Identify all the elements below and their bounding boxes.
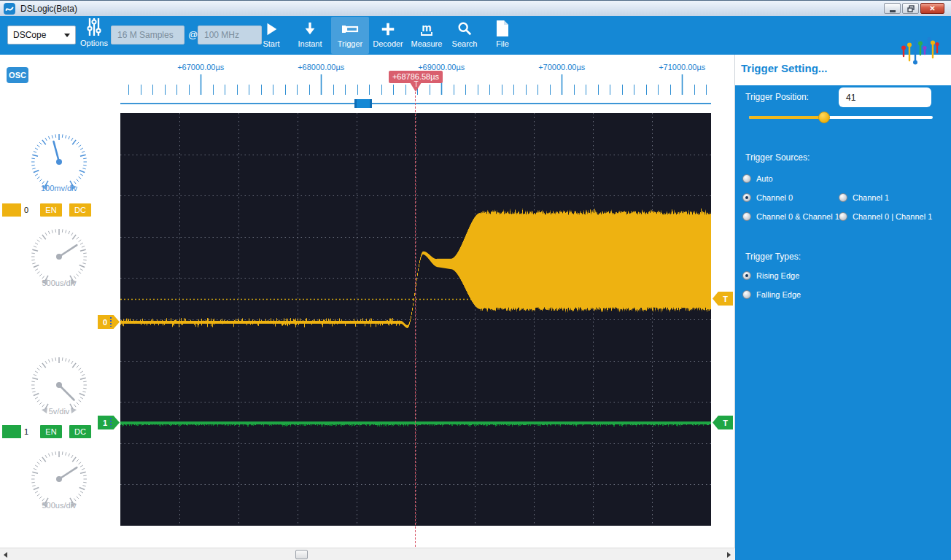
radio-channel-0-channel-1[interactable]: Channel 0 | Channel 1 (839, 211, 932, 222)
trigger-setting-panel: Trigger Position: 41 Trigger Sources: Au… (735, 85, 951, 560)
navigator-viewport[interactable] (354, 99, 372, 108)
horizontal-scrollbar[interactable] (0, 548, 735, 560)
decoder-button[interactable]: Decoder (369, 17, 407, 54)
channel1-tag-label: 1 (103, 419, 107, 427)
measure-icon: m (418, 17, 435, 37)
start-button[interactable]: Start (252, 17, 290, 54)
trigger-position-slider[interactable] (749, 116, 933, 119)
horizontal-scale-dial-top[interactable]: 500us/div (23, 222, 96, 295)
samples-input[interactable]: 16 M Samples (111, 26, 185, 44)
restore-button[interactable] (902, 3, 919, 14)
horizontal-scale-dial-bottom[interactable]: 500us/div (23, 444, 96, 517)
scope-plot-area[interactable] (120, 113, 711, 526)
ruler-tick-label: +70000.00µs (529, 63, 594, 71)
radio-label: Auto (756, 174, 773, 183)
channel0-enable-button[interactable]: EN (40, 203, 62, 217)
search-icon (457, 17, 473, 37)
file-icon (495, 17, 510, 37)
logo-chevron-down-icon[interactable] (938, 58, 947, 63)
trigger-button[interactable]: Trigger (331, 17, 369, 54)
channel0-tag-handle-icon (110, 317, 112, 327)
toolbar: DSCope Options 16 M Samples @ 100 MHz (0, 16, 951, 55)
instant-button[interactable]: Instant (291, 17, 329, 54)
trigger-types-label: Trigger Types: (745, 252, 801, 262)
radio-rising-edge[interactable]: Rising Edge (742, 271, 799, 281)
options-sliders-icon (83, 17, 105, 37)
trigger-level-tag-ch0-label: T (723, 295, 728, 303)
device-select[interactable]: DSCope (7, 26, 76, 44)
radio-label: Falling Edge (756, 290, 801, 299)
svg-text:5v/div: 5v/div (49, 407, 70, 416)
radio-label: Channel 1 (853, 193, 889, 202)
chevron-down-icon (64, 34, 70, 37)
channel0-coupling-button[interactable]: DC (69, 203, 91, 217)
at-symbol: @ (188, 29, 198, 40)
radio-label: Channel 0 (756, 193, 793, 202)
decoder-label: Decoder (373, 39, 403, 48)
search-button[interactable]: Search (446, 17, 484, 54)
close-button[interactable]: ✕ (920, 3, 944, 14)
channel0-controls: 0 EN DC (2, 203, 97, 217)
trigger-position-line (415, 92, 416, 547)
scrollbar-thumb[interactable] (295, 550, 308, 559)
svg-text:100mv/div: 100mv/div (41, 184, 78, 192)
measure-button[interactable]: m Measure (408, 17, 446, 54)
channel0-vertical-scale-dial[interactable]: 100mv/div (23, 127, 96, 200)
radio-channel-1[interactable]: Channel 1 (839, 192, 889, 203)
ruler-tick-label: +67000.00µs (168, 63, 233, 71)
channel0-color-swatch[interactable] (2, 203, 21, 217)
channel1-controls: 1 EN DC (2, 425, 97, 438)
options-button[interactable]: Options (77, 17, 111, 54)
channel1-color-swatch[interactable] (2, 425, 21, 438)
radio-icon (742, 174, 751, 183)
radio-auto[interactable]: Auto (742, 174, 773, 184)
samples-value: 16 M Samples (117, 30, 174, 40)
channel1-number-label: 1 (24, 427, 33, 436)
channel1-vertical-scale-dial[interactable]: 5v/div (23, 350, 96, 423)
trigger-position-input[interactable]: 41 (839, 88, 931, 107)
dslogic-color-logo-icon (900, 36, 939, 66)
file-label: File (496, 39, 509, 48)
svg-text:m: m (422, 21, 431, 34)
overview-navigator[interactable] (120, 103, 711, 104)
app-logo-icon (4, 3, 15, 15)
radio-icon (742, 193, 751, 202)
trigger-position-label: Trigger Position: (745, 92, 809, 102)
scroll-left-arrow-icon[interactable] (4, 552, 7, 558)
svg-text:500us/div: 500us/div (42, 279, 77, 287)
ruler-tick-label: +68000.00µs (288, 63, 354, 71)
channel1-tag[interactable]: 1 (98, 416, 120, 429)
window-title: DSLogic(Beta) (20, 4, 77, 14)
radio-label: Channel 0 & Channel 1 (756, 212, 839, 221)
instant-label: Instant (298, 39, 322, 48)
file-chevron-down-icon[interactable] (513, 58, 520, 62)
minimize-button[interactable] (884, 3, 901, 14)
channel1-enable-button[interactable]: EN (40, 425, 62, 438)
channel1-coupling-button[interactable]: DC (69, 425, 91, 438)
instant-arrow-icon (302, 17, 318, 37)
plus-icon (380, 17, 396, 37)
radio-icon (742, 290, 751, 299)
radio-icon (839, 212, 847, 221)
channel0-number-label: 0 (24, 206, 33, 214)
file-button[interactable]: File (484, 17, 521, 54)
channel1-tag-handle-icon (110, 418, 112, 427)
trigger-label: Trigger (338, 39, 362, 48)
slider-thumb[interactable] (818, 112, 830, 123)
channel0-tag[interactable]: 0 (98, 315, 120, 329)
svg-text:500us/div: 500us/div (42, 501, 77, 510)
scroll-right-arrow-icon[interactable] (727, 552, 731, 558)
options-label: Options (80, 39, 108, 47)
rate-value: 100 MHz (204, 30, 239, 40)
close-icon: ✕ (929, 4, 935, 12)
radio-falling-edge[interactable]: Falling Edge (742, 289, 801, 300)
radio-channel-0-channel-1[interactable]: Channel 0 & Channel 1 (742, 211, 839, 222)
trigger-level-tag-ch0[interactable]: T (713, 292, 733, 306)
restore-icon (907, 5, 915, 12)
trigger-level-tag-ch1[interactable]: T (713, 416, 733, 429)
measure-label: Measure (411, 39, 443, 48)
minimize-icon (890, 10, 896, 12)
osc-mode-button[interactable]: OSC (7, 67, 28, 83)
radio-channel-0[interactable]: Channel 0 (742, 192, 793, 203)
titlebar[interactable]: DSLogic(Beta) ✕ (0, 0, 951, 16)
